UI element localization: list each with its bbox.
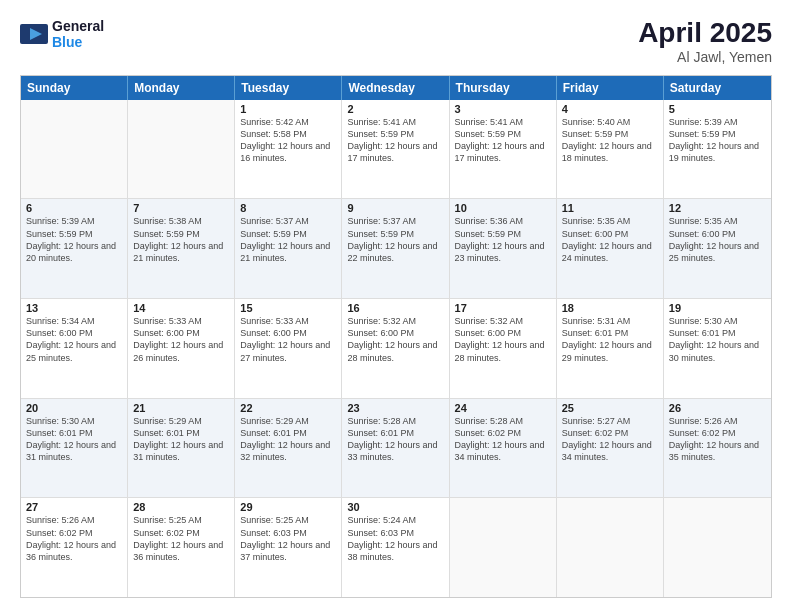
day-number: 9 xyxy=(347,202,443,214)
day-info: Sunrise: 5:35 AMSunset: 6:00 PMDaylight:… xyxy=(562,215,658,264)
day-info: Sunrise: 5:28 AMSunset: 6:01 PMDaylight:… xyxy=(347,415,443,464)
day-number: 5 xyxy=(669,103,766,115)
calendar-cell: 1Sunrise: 5:42 AMSunset: 5:58 PMDaylight… xyxy=(235,100,342,199)
calendar-cell: 23Sunrise: 5:28 AMSunset: 6:01 PMDayligh… xyxy=(342,399,449,498)
day-number: 6 xyxy=(26,202,122,214)
day-info: Sunrise: 5:37 AMSunset: 5:59 PMDaylight:… xyxy=(240,215,336,264)
calendar-cell: 10Sunrise: 5:36 AMSunset: 5:59 PMDayligh… xyxy=(450,199,557,298)
day-number: 3 xyxy=(455,103,551,115)
day-info: Sunrise: 5:32 AMSunset: 6:00 PMDaylight:… xyxy=(455,315,551,364)
day-number: 1 xyxy=(240,103,336,115)
calendar-cell: 27Sunrise: 5:26 AMSunset: 6:02 PMDayligh… xyxy=(21,498,128,597)
day-number: 25 xyxy=(562,402,658,414)
day-number: 17 xyxy=(455,302,551,314)
calendar-cell: 20Sunrise: 5:30 AMSunset: 6:01 PMDayligh… xyxy=(21,399,128,498)
calendar-week-row: 6Sunrise: 5:39 AMSunset: 5:59 PMDaylight… xyxy=(21,199,771,299)
day-info: Sunrise: 5:33 AMSunset: 6:00 PMDaylight:… xyxy=(133,315,229,364)
day-info: Sunrise: 5:29 AMSunset: 6:01 PMDaylight:… xyxy=(240,415,336,464)
calendar-cell: 16Sunrise: 5:32 AMSunset: 6:00 PMDayligh… xyxy=(342,299,449,398)
day-info: Sunrise: 5:40 AMSunset: 5:59 PMDaylight:… xyxy=(562,116,658,165)
day-info: Sunrise: 5:26 AMSunset: 6:02 PMDaylight:… xyxy=(26,514,122,563)
logo-line1: General xyxy=(52,18,104,34)
day-number: 27 xyxy=(26,501,122,513)
day-info: Sunrise: 5:30 AMSunset: 6:01 PMDaylight:… xyxy=(26,415,122,464)
calendar-cell: 9Sunrise: 5:37 AMSunset: 5:59 PMDaylight… xyxy=(342,199,449,298)
day-info: Sunrise: 5:34 AMSunset: 6:00 PMDaylight:… xyxy=(26,315,122,364)
day-info: Sunrise: 5:28 AMSunset: 6:02 PMDaylight:… xyxy=(455,415,551,464)
calendar-week-row: 1Sunrise: 5:42 AMSunset: 5:58 PMDaylight… xyxy=(21,100,771,200)
day-info: Sunrise: 5:30 AMSunset: 6:01 PMDaylight:… xyxy=(669,315,766,364)
calendar-cell: 21Sunrise: 5:29 AMSunset: 6:01 PMDayligh… xyxy=(128,399,235,498)
calendar-cell: 22Sunrise: 5:29 AMSunset: 6:01 PMDayligh… xyxy=(235,399,342,498)
calendar-week-row: 13Sunrise: 5:34 AMSunset: 6:00 PMDayligh… xyxy=(21,299,771,399)
calendar-cell: 7Sunrise: 5:38 AMSunset: 5:59 PMDaylight… xyxy=(128,199,235,298)
day-info: Sunrise: 5:39 AMSunset: 5:59 PMDaylight:… xyxy=(669,116,766,165)
calendar: SundayMondayTuesdayWednesdayThursdayFrid… xyxy=(20,75,772,598)
calendar-cell xyxy=(557,498,664,597)
day-info: Sunrise: 5:31 AMSunset: 6:01 PMDaylight:… xyxy=(562,315,658,364)
calendar-header-cell-thursday: Thursday xyxy=(450,76,557,100)
calendar-cell: 4Sunrise: 5:40 AMSunset: 5:59 PMDaylight… xyxy=(557,100,664,199)
logo-text-block: General Blue xyxy=(52,18,104,50)
day-info: Sunrise: 5:35 AMSunset: 6:00 PMDaylight:… xyxy=(669,215,766,264)
day-number: 7 xyxy=(133,202,229,214)
calendar-cell xyxy=(128,100,235,199)
calendar-header-cell-friday: Friday xyxy=(557,76,664,100)
calendar-header-row: SundayMondayTuesdayWednesdayThursdayFrid… xyxy=(21,76,771,100)
calendar-cell: 6Sunrise: 5:39 AMSunset: 5:59 PMDaylight… xyxy=(21,199,128,298)
calendar-cell: 8Sunrise: 5:37 AMSunset: 5:59 PMDaylight… xyxy=(235,199,342,298)
calendar-cell: 13Sunrise: 5:34 AMSunset: 6:00 PMDayligh… xyxy=(21,299,128,398)
day-number: 18 xyxy=(562,302,658,314)
day-info: Sunrise: 5:36 AMSunset: 5:59 PMDaylight:… xyxy=(455,215,551,264)
day-number: 19 xyxy=(669,302,766,314)
day-number: 30 xyxy=(347,501,443,513)
calendar-cell: 30Sunrise: 5:24 AMSunset: 6:03 PMDayligh… xyxy=(342,498,449,597)
calendar-cell: 3Sunrise: 5:41 AMSunset: 5:59 PMDaylight… xyxy=(450,100,557,199)
day-number: 12 xyxy=(669,202,766,214)
calendar-page: General Blue April 2025 Al Jawl, Yemen S… xyxy=(0,0,792,612)
day-info: Sunrise: 5:37 AMSunset: 5:59 PMDaylight:… xyxy=(347,215,443,264)
day-number: 29 xyxy=(240,501,336,513)
calendar-cell: 24Sunrise: 5:28 AMSunset: 6:02 PMDayligh… xyxy=(450,399,557,498)
calendar-week-row: 20Sunrise: 5:30 AMSunset: 6:01 PMDayligh… xyxy=(21,399,771,499)
month-title: April 2025 xyxy=(638,18,772,49)
day-number: 20 xyxy=(26,402,122,414)
calendar-cell xyxy=(450,498,557,597)
day-number: 8 xyxy=(240,202,336,214)
logo-line2: Blue xyxy=(52,34,104,50)
calendar-header-cell-saturday: Saturday xyxy=(664,76,771,100)
calendar-cell: 28Sunrise: 5:25 AMSunset: 6:02 PMDayligh… xyxy=(128,498,235,597)
calendar-cell: 11Sunrise: 5:35 AMSunset: 6:00 PMDayligh… xyxy=(557,199,664,298)
day-info: Sunrise: 5:24 AMSunset: 6:03 PMDaylight:… xyxy=(347,514,443,563)
day-number: 15 xyxy=(240,302,336,314)
calendar-cell: 12Sunrise: 5:35 AMSunset: 6:00 PMDayligh… xyxy=(664,199,771,298)
calendar-cell: 14Sunrise: 5:33 AMSunset: 6:00 PMDayligh… xyxy=(128,299,235,398)
day-info: Sunrise: 5:42 AMSunset: 5:58 PMDaylight:… xyxy=(240,116,336,165)
day-info: Sunrise: 5:39 AMSunset: 5:59 PMDaylight:… xyxy=(26,215,122,264)
calendar-cell: 29Sunrise: 5:25 AMSunset: 6:03 PMDayligh… xyxy=(235,498,342,597)
day-info: Sunrise: 5:29 AMSunset: 6:01 PMDaylight:… xyxy=(133,415,229,464)
day-number: 16 xyxy=(347,302,443,314)
calendar-body: 1Sunrise: 5:42 AMSunset: 5:58 PMDaylight… xyxy=(21,100,771,597)
day-info: Sunrise: 5:41 AMSunset: 5:59 PMDaylight:… xyxy=(455,116,551,165)
calendar-week-row: 27Sunrise: 5:26 AMSunset: 6:02 PMDayligh… xyxy=(21,498,771,597)
location: Al Jawl, Yemen xyxy=(638,49,772,65)
day-info: Sunrise: 5:27 AMSunset: 6:02 PMDaylight:… xyxy=(562,415,658,464)
day-number: 21 xyxy=(133,402,229,414)
calendar-header-cell-wednesday: Wednesday xyxy=(342,76,449,100)
calendar-header-cell-sunday: Sunday xyxy=(21,76,128,100)
calendar-cell xyxy=(21,100,128,199)
calendar-cell: 25Sunrise: 5:27 AMSunset: 6:02 PMDayligh… xyxy=(557,399,664,498)
day-number: 24 xyxy=(455,402,551,414)
day-info: Sunrise: 5:32 AMSunset: 6:00 PMDaylight:… xyxy=(347,315,443,364)
calendar-cell: 26Sunrise: 5:26 AMSunset: 6:02 PMDayligh… xyxy=(664,399,771,498)
day-number: 11 xyxy=(562,202,658,214)
day-number: 26 xyxy=(669,402,766,414)
day-info: Sunrise: 5:38 AMSunset: 5:59 PMDaylight:… xyxy=(133,215,229,264)
logo-icon xyxy=(20,24,48,44)
calendar-cell: 19Sunrise: 5:30 AMSunset: 6:01 PMDayligh… xyxy=(664,299,771,398)
calendar-cell: 17Sunrise: 5:32 AMSunset: 6:00 PMDayligh… xyxy=(450,299,557,398)
calendar-cell: 5Sunrise: 5:39 AMSunset: 5:59 PMDaylight… xyxy=(664,100,771,199)
day-info: Sunrise: 5:41 AMSunset: 5:59 PMDaylight:… xyxy=(347,116,443,165)
day-info: Sunrise: 5:26 AMSunset: 6:02 PMDaylight:… xyxy=(669,415,766,464)
